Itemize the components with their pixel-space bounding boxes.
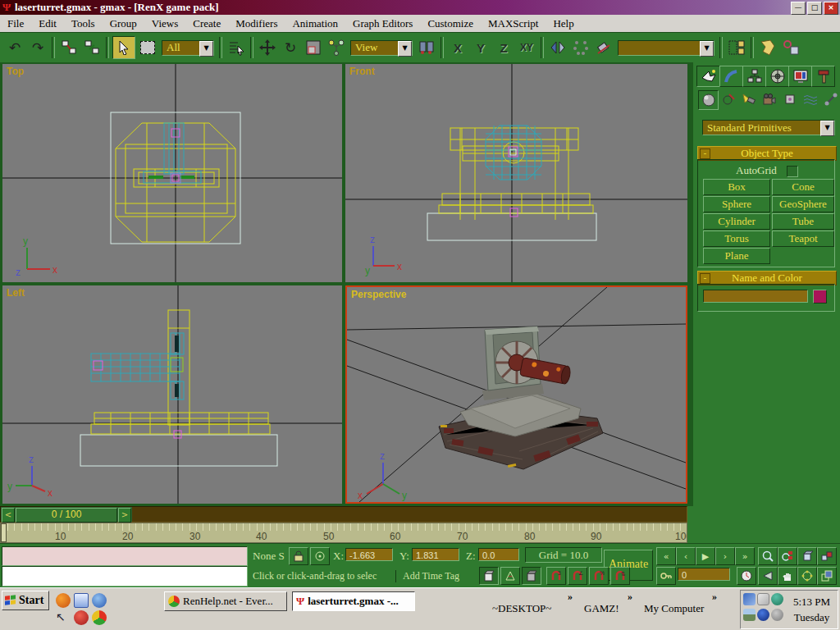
- zoom-extents-button[interactable]: [797, 547, 817, 565]
- x-coord-field[interactable]: -1.663: [345, 548, 393, 561]
- percent-snap-cube-button[interactable]: [522, 567, 541, 585]
- primitive-category-dropdown[interactable]: Standard Primitives ▼: [702, 120, 835, 135]
- task-laserturret-window[interactable]: Ψ laserturret.gmax -...: [292, 591, 415, 611]
- redo-button[interactable]: ↷: [27, 37, 48, 58]
- restrict-z-button[interactable]: Z: [494, 38, 514, 57]
- object-color-swatch[interactable]: [813, 290, 827, 304]
- array-icon[interactable]: [570, 37, 591, 58]
- play-animation-button[interactable]: ▶: [696, 547, 715, 565]
- tab-hierarchy[interactable]: [742, 66, 766, 87]
- restrict-x-button[interactable]: X: [448, 38, 468, 57]
- reference-coordinate-system-dropdown[interactable]: View ▼: [350, 40, 413, 56]
- selection-lock-toggle[interactable]: [289, 547, 308, 565]
- task-renhelp-window[interactable]: RenHelp.net - Ever...: [164, 591, 287, 611]
- use-pivot-point-center-icon[interactable]: [416, 37, 437, 58]
- track-bar-handle[interactable]: [1, 523, 7, 542]
- menu-create[interactable]: Create: [185, 16, 228, 31]
- create-spacewarps-icon[interactable]: [801, 90, 819, 108]
- create-box-button[interactable]: Box: [703, 179, 770, 195]
- create-geometry-icon[interactable]: [698, 90, 719, 110]
- tray-clock-sync-icon[interactable]: [757, 609, 769, 621]
- viewport-left-label[interactable]: Left: [7, 287, 25, 299]
- set-key-button[interactable]: [656, 567, 676, 585]
- go-to-end-button[interactable]: »: [735, 547, 755, 565]
- create-systems-icon[interactable]: [821, 90, 840, 108]
- quicklaunch-firefox-icon[interactable]: [56, 593, 71, 608]
- tab-utilities[interactable]: [811, 66, 835, 87]
- viewport-front-label[interactable]: Front: [349, 66, 375, 77]
- create-sphere-button[interactable]: Sphere: [703, 196, 770, 212]
- toolbar-my-computer-chevron[interactable]: »: [712, 591, 717, 603]
- minimize-button[interactable]: —: [791, 2, 806, 15]
- create-torus-button[interactable]: Torus: [703, 231, 770, 247]
- taskbar-clock[interactable]: 5:13 PM Tuesday: [786, 594, 838, 626]
- menu-help[interactable]: Help: [546, 16, 581, 31]
- dropdown-arrow-icon[interactable]: ▼: [199, 41, 213, 57]
- menu-graph-editors[interactable]: Graph Editors: [345, 16, 420, 31]
- current-frame-field[interactable]: 0: [678, 568, 730, 581]
- render-icon[interactable]: [780, 37, 801, 58]
- snap-toggle-button[interactable]: [479, 567, 499, 585]
- next-frame-arrow[interactable]: >: [118, 508, 131, 523]
- menu-views[interactable]: Views: [144, 16, 185, 31]
- create-helpers-icon[interactable]: [780, 90, 799, 108]
- zoom-all-button[interactable]: [778, 547, 797, 565]
- viewport-left[interactable]: Left: [2, 285, 342, 504]
- rectangular-selection-region-icon[interactable]: [137, 37, 158, 58]
- tab-create[interactable]: [696, 66, 720, 87]
- quicklaunch-opera-icon[interactable]: [74, 610, 89, 625]
- absolute-offset-toggle[interactable]: [310, 547, 330, 565]
- dropdown-arrow-icon[interactable]: ▼: [820, 121, 834, 136]
- maximize-button[interactable]: □: [807, 2, 822, 15]
- menu-group[interactable]: Group: [103, 16, 144, 31]
- named-selection-sets-dropdown[interactable]: ▼: [618, 40, 714, 56]
- previous-frame-arrow[interactable]: <: [2, 508, 15, 523]
- menu-edit[interactable]: Edit: [31, 16, 64, 31]
- quicklaunch-chrome-icon[interactable]: [92, 610, 107, 625]
- previous-frame-button[interactable]: ‹: [676, 547, 696, 565]
- dropdown-arrow-icon[interactable]: ▼: [398, 41, 412, 57]
- dropdown-arrow-icon[interactable]: ▼: [700, 41, 714, 57]
- rollout-collapse-icon[interactable]: -: [700, 148, 710, 159]
- tray-volume-icon[interactable]: [771, 609, 783, 621]
- snap-3d-magnet-button[interactable]: 3: [546, 567, 566, 585]
- menu-customize[interactable]: Customize: [420, 16, 481, 31]
- create-cameras-icon[interactable]: [760, 90, 778, 108]
- y-coord-field[interactable]: 1.831: [412, 548, 459, 561]
- angle-snap-button[interactable]: [500, 567, 520, 585]
- create-cone-button[interactable]: Cone: [772, 179, 834, 195]
- tab-modify[interactable]: [719, 66, 743, 87]
- create-cylinder-button[interactable]: Cylinder: [703, 213, 770, 230]
- menu-animation[interactable]: Animation: [285, 16, 345, 31]
- menu-file[interactable]: File: [0, 16, 31, 31]
- restrict-y-button[interactable]: Y: [471, 38, 491, 57]
- toolbar-gamz-chevron[interactable]: »: [628, 591, 632, 603]
- spinner-snap-magnet-button[interactable]: ⇅: [610, 567, 630, 585]
- tray-picture-icon[interactable]: [743, 609, 756, 621]
- mirror-icon[interactable]: [547, 37, 568, 58]
- toolbar-my-computer-label[interactable]: My Computer: [644, 602, 704, 615]
- next-frame-button[interactable]: ›: [715, 547, 735, 565]
- create-shapes-icon[interactable]: [719, 90, 737, 108]
- percent-snap-magnet-button[interactable]: %: [589, 567, 609, 585]
- select-and-rotate-icon[interactable]: ↻: [280, 37, 301, 58]
- time-slider-button[interactable]: 0 / 100: [16, 508, 117, 523]
- zoom-extents-all-button[interactable]: [817, 547, 837, 565]
- min-max-toggle-button[interactable]: [817, 567, 837, 585]
- quicklaunch-media-player-icon[interactable]: [92, 593, 107, 608]
- angle-snap-magnet-button[interactable]: ∠: [568, 567, 587, 585]
- zoom-button[interactable]: [758, 547, 778, 565]
- viewport-front[interactable]: Front: [345, 64, 687, 282]
- select-and-move-icon[interactable]: [257, 37, 278, 58]
- maxscript-mini-listener-top[interactable]: [2, 546, 248, 566]
- viewport-perspective-label[interactable]: Perspective: [351, 289, 406, 300]
- title-bar[interactable]: Ψ laserturret.gmax - gmax - [RenX game p…: [0, 0, 840, 15]
- quicklaunch-cursor-icon[interactable]: ↖: [56, 610, 71, 625]
- create-geosphere-button[interactable]: GeoSphere: [772, 196, 834, 212]
- select-and-scale-icon[interactable]: [303, 37, 324, 58]
- toolbar-desktop-chevron[interactable]: »: [568, 591, 573, 603]
- start-button[interactable]: Start: [2, 591, 49, 610]
- menu-tools[interactable]: Tools: [64, 16, 103, 31]
- toolbar-desktop-label[interactable]: ~DESKTOP~: [492, 602, 551, 615]
- restrict-xy-plane-button[interactable]: XY: [517, 38, 536, 57]
